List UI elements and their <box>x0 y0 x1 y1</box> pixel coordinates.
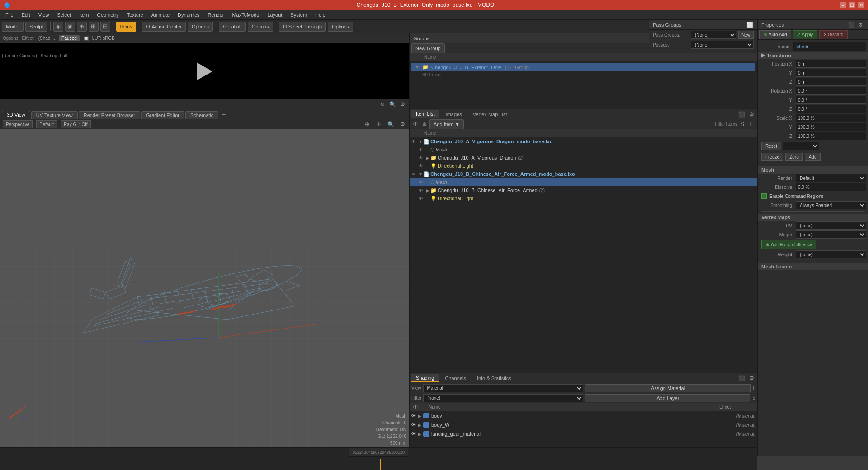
menu-view[interactable]: View <box>35 11 53 19</box>
weight-select[interactable]: (none) <box>796 250 866 258</box>
tab-render-preset[interactable]: Render Preset Browser <box>79 111 140 119</box>
menu-maxtomodo[interactable]: MaxToModo <box>228 11 263 19</box>
3d-viewport[interactable]: Perspective Default Ray GL: Off ⊕ ✛ 🔍 ⚙ <box>0 119 409 447</box>
tab-shading[interactable]: Shading <box>411 374 439 382</box>
props-settings[interactable]: ⚙ <box>856 21 864 29</box>
scale-y-input[interactable] <box>796 123 866 131</box>
filter-s-icon[interactable]: S <box>738 120 746 128</box>
smoothing-select[interactable]: Always Enabled <box>796 201 866 209</box>
material-body[interactable]: 👁 ▶ body (Material) <box>410 411 757 420</box>
material-landing-gear[interactable]: 👁 ▶ landing_gear_material (Material) <box>410 429 757 438</box>
tree-item-j10a2[interactable]: 👁 ▶ 📁 Chengdu_J10_A_Vigorous_Dragon (2) <box>410 154 757 162</box>
uv-select[interactable]: (none) <box>796 221 866 230</box>
render-refresh-icon[interactable]: ↻ <box>378 100 387 108</box>
passes-select[interactable]: (None) <box>691 41 754 49</box>
tab-gradient-editor[interactable]: Gradient Editor <box>141 111 184 119</box>
mat-vis-body-w[interactable]: 👁 <box>411 422 418 428</box>
item-add-icon[interactable]: ⊕ <box>420 120 429 128</box>
toolbar-icon-4[interactable]: ⊞ <box>89 22 99 32</box>
menu-item[interactable]: Item <box>75 11 92 19</box>
eye-light2[interactable]: 👁 <box>419 196 425 201</box>
default-button[interactable]: Default <box>36 120 57 128</box>
tree-item-j10b[interactable]: 👁 ▼ 📄 Chengdu_J10_B_Chinese_Air_Force_Ar… <box>410 170 757 178</box>
maximize-button[interactable]: ☐ <box>849 2 855 8</box>
menu-file[interactable]: File <box>2 11 17 19</box>
eye-j10a[interactable]: 👁 <box>411 139 418 144</box>
close-button[interactable]: ✕ <box>858 2 864 8</box>
mesh-header[interactable]: Mesh <box>758 166 868 174</box>
scale-x-input[interactable] <box>796 114 866 122</box>
vp-pan-icon[interactable]: ✛ <box>375 120 383 128</box>
tab-uv-texture[interactable]: UV Texture View <box>31 111 78 119</box>
tab-vertex-map[interactable]: Vertex Map List <box>468 111 512 118</box>
toolbar-icon-1[interactable]: ◈ <box>53 22 63 32</box>
material-body-w[interactable]: 👁 ▶ body_W (Material) <box>410 420 757 429</box>
tree-item-mesh2[interactable]: 👁 ⬡ Mesh <box>410 178 757 186</box>
pass-groups-expand[interactable]: ⬜ <box>745 21 754 29</box>
tree-item-mesh1[interactable]: 👁 ⬡ Mesh <box>410 146 757 154</box>
eye-mesh2[interactable]: 👁 <box>419 180 425 185</box>
freeze-button[interactable]: Freeze <box>761 153 783 161</box>
zero-button[interactable]: Zero <box>785 153 803 161</box>
pass-groups-select[interactable]: (None) <box>691 31 736 39</box>
sculpt-button[interactable]: Sculpt <box>25 22 47 32</box>
falloff-button[interactable]: ⊙ Falloff <box>219 22 246 32</box>
eye-mesh1[interactable]: 👁 <box>419 147 425 152</box>
shading-expand[interactable]: ⬛ <box>737 374 745 382</box>
minimize-button[interactable]: – <box>840 2 846 8</box>
menu-help[interactable]: Help <box>311 11 329 19</box>
menu-render[interactable]: Render <box>204 11 227 19</box>
action-center-button[interactable]: ⊙ Action Center <box>142 22 186 32</box>
group-item[interactable]: ▼ 📁 Chengdu_J10_B_Exterior_Only (3) : Gr… <box>411 63 755 71</box>
name-input[interactable] <box>793 42 866 51</box>
vp-settings-icon[interactable]: ⚙ <box>398 120 406 128</box>
transform-header[interactable]: ▶ Transform <box>758 52 868 59</box>
tree-item-j10a[interactable]: 👁 ▼ 📄 Chengdu_J10_A_Vigorous_Dragon_modo… <box>410 137 757 146</box>
tab-channels[interactable]: Channels <box>440 375 470 382</box>
vertex-maps-header[interactable]: Vertex Maps <box>758 214 868 221</box>
tree-item-j10b2[interactable]: 👁 ▶ 📁 Chengdu_J10_B_Chinese_Air_Force_Ar… <box>410 186 757 194</box>
position-y-input[interactable] <box>796 69 866 77</box>
menu-layout[interactable]: Layout <box>264 11 286 19</box>
rotation-z-input[interactable] <box>796 105 866 113</box>
model-button[interactable]: Model <box>2 22 24 32</box>
tab-info-stats[interactable]: Info & Statistics <box>472 375 516 382</box>
menu-geometry[interactable]: Geometry <box>93 11 122 19</box>
filter-shading-select[interactable]: (none) <box>423 394 583 402</box>
eye-light1[interactable]: 👁 <box>419 164 425 169</box>
discard-button[interactable]: ✕ Discard <box>819 30 848 39</box>
scale-z-input[interactable] <box>796 132 866 140</box>
reset-button[interactable]: Reset <box>761 142 781 150</box>
tab-3d-view[interactable]: 3D View <box>2 111 30 119</box>
eye-j10a2[interactable]: 👁 <box>419 155 425 160</box>
tree-item-light2[interactable]: 👁 💡 Directional Light <box>410 194 757 202</box>
tab-item-list[interactable]: Item List <box>411 110 439 118</box>
toolbar-icon-3[interactable]: ⊕ <box>77 22 87 32</box>
eye-j10b2[interactable]: 👁 <box>419 188 425 193</box>
vp-zoom-icon[interactable]: 🔍 <box>387 120 395 128</box>
menu-animate[interactable]: Animate <box>148 11 173 19</box>
apply-button[interactable]: ✓ Apply <box>793 30 817 39</box>
render-zoom-icon[interactable]: 🔍 <box>388 100 396 108</box>
toolbar-icon-5[interactable]: ⊟ <box>100 22 110 32</box>
assign-material-button[interactable]: Assign Material <box>585 384 751 392</box>
auto-add-button[interactable]: ⊕ Auto Add <box>760 30 791 39</box>
enable-cmd-checkbox[interactable]: ✓ <box>761 193 767 199</box>
add-layer-button[interactable]: Add Layer <box>585 394 750 402</box>
shading-vis-header[interactable]: 👁 <box>411 403 420 411</box>
tab-schematic[interactable]: Schematic <box>185 111 218 119</box>
menu-edit[interactable]: Edit <box>18 11 34 19</box>
falloff-options-button[interactable]: Options <box>248 22 273 32</box>
menu-system[interactable]: System <box>287 11 311 19</box>
view-select[interactable]: Material <box>423 384 584 392</box>
play-button[interactable] <box>193 60 216 83</box>
perspective-button[interactable]: Perspective <box>3 120 33 128</box>
shading-settings[interactable]: ⚙ <box>747 374 755 382</box>
add-button[interactable]: Add <box>805 153 821 161</box>
rotation-x-input[interactable] <box>796 87 866 95</box>
reset-select[interactable] <box>783 142 819 150</box>
morph-select[interactable]: (none) <box>796 230 866 239</box>
rotation-y-input[interactable] <box>796 96 866 104</box>
menu-texture[interactable]: Texture <box>123 11 147 19</box>
menu-dynamics[interactable]: Dynamics <box>174 11 203 19</box>
